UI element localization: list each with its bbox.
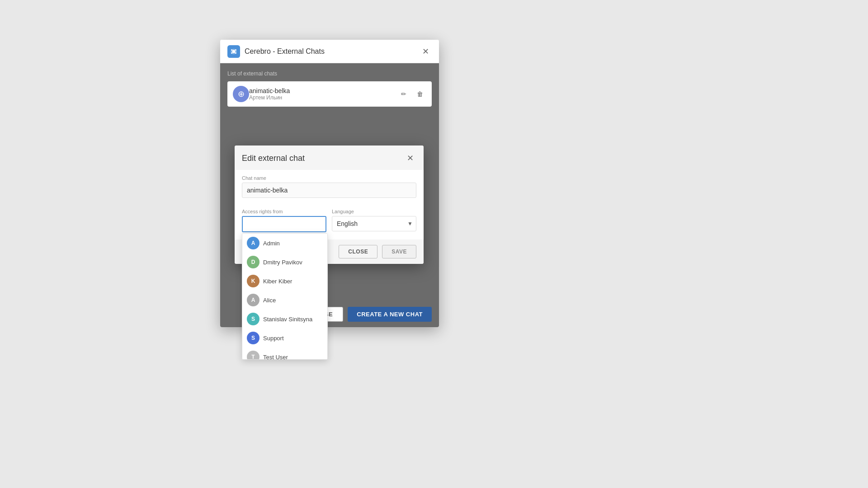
inner-modal-body: Chat name Access rights from A Admin D: [235, 170, 424, 239]
avatar-admin: A: [247, 237, 259, 249]
dropdown-item-stanislav[interactable]: S Stanislav Sinitsyna: [242, 310, 327, 328]
svg-point-2: [231, 49, 233, 51]
edit-button[interactable]: ✏: [397, 88, 410, 100]
dropdown-label-kiber: Kiber Kiber: [263, 278, 292, 285]
chat-sub: Артем Ильин: [249, 94, 397, 101]
access-label: Access rights from: [242, 209, 326, 214]
save-button[interactable]: SAVE: [382, 245, 416, 258]
avatar-stanislav: S: [247, 313, 259, 325]
avatar-support: S: [247, 332, 259, 344]
outer-modal-title: Cerebro - External Chats: [245, 47, 419, 56]
avatar-dmitry: D: [247, 256, 259, 268]
access-input-wrapper: A Admin D Dmitry Pavikov K Kiber Kiber: [242, 216, 326, 232]
inner-modal-close-button[interactable]: ✕: [404, 152, 416, 164]
svg-point-4: [231, 52, 233, 54]
avatar-kiber: K: [247, 275, 259, 287]
dropdown-label-stanislav: Stanislav Sinitsyna: [263, 316, 312, 323]
inner-modal-title: Edit external chat: [242, 154, 404, 163]
inner-close-button[interactable]: CLOSE: [339, 245, 377, 258]
dropdown-label-alice: Alice: [263, 297, 276, 304]
language-select[interactable]: English Russian German: [332, 216, 416, 231]
chat-list-item: ⊕ animatic-belka Артем Ильин ✏ 🗑: [227, 81, 432, 107]
chat-name: animatic-belka: [249, 87, 397, 94]
chat-name-input[interactable]: [242, 183, 416, 198]
cerebro-logo-icon: [227, 45, 240, 58]
chat-actions: ✏ 🗑: [397, 88, 426, 100]
outer-modal-close-button[interactable]: ✕: [419, 45, 432, 58]
dropdown-label-dmitry: Dmitry Pavikov: [263, 259, 302, 266]
dropdown-label-admin: Admin: [263, 240, 280, 247]
dropdown-item-support[interactable]: S Support: [242, 328, 327, 347]
dropdown-item-testuser[interactable]: T Test User: [242, 347, 327, 360]
dropdown-label-testuser: Test User: [263, 354, 288, 360]
form-row: Access rights from A Admin D Dmitry Pavi…: [242, 203, 416, 232]
avatar-testuser: T: [247, 351, 259, 360]
access-rights-col: Access rights from A Admin D Dmitry Pavi…: [242, 203, 326, 232]
dropdown-item-dmitry[interactable]: D Dmitry Pavikov: [242, 253, 327, 272]
dropdown-item-admin[interactable]: A Admin: [242, 234, 327, 253]
delete-button[interactable]: 🗑: [414, 88, 426, 100]
avatar-alice: A: [247, 294, 259, 306]
access-rights-input[interactable]: [242, 216, 326, 232]
language-select-wrapper: English Russian German ▼: [332, 216, 416, 231]
dropdown-item-kiber[interactable]: K Kiber Kiber: [242, 272, 327, 291]
dropdown-list: A Admin D Dmitry Pavikov K Kiber Kiber: [242, 233, 328, 360]
dropdown-label-support: Support: [263, 335, 284, 342]
svg-point-3: [235, 49, 237, 51]
language-label: Language: [332, 209, 416, 214]
outer-modal-header: Cerebro - External Chats ✕: [220, 40, 439, 63]
inner-modal: Edit external chat ✕ Chat name Access ri…: [235, 145, 424, 264]
language-col: Language English Russian German ▼: [332, 203, 416, 232]
chat-info: animatic-belka Артем Ильин: [249, 87, 397, 101]
svg-point-5: [235, 52, 237, 54]
dropdown-item-alice[interactable]: A Alice: [242, 291, 327, 310]
chat-avatar: ⊕: [233, 86, 249, 102]
chat-name-label: Chat name: [242, 175, 416, 181]
inner-modal-header: Edit external chat ✕: [235, 145, 424, 170]
svg-point-1: [232, 50, 236, 53]
create-new-chat-button[interactable]: CREATE A NEW CHAT: [348, 307, 432, 322]
list-label: List of external chats: [227, 70, 432, 77]
